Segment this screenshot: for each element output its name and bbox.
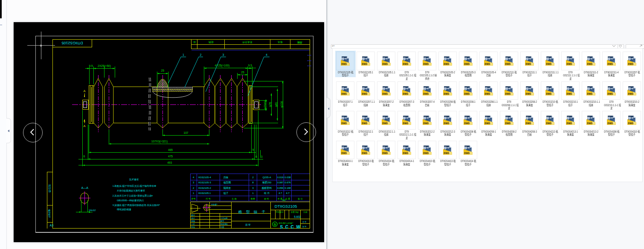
svg-text:总 重: 总 重 [285, 197, 290, 200]
svg-text:DWG: DWG [546, 92, 552, 95]
svg-text:DWG: DWG [485, 92, 490, 95]
svg-text:A—A: A—A [81, 186, 89, 189]
svg-text:梳型圈: 梳型圈 [223, 181, 231, 184]
svg-text:DWG: DWG [424, 151, 429, 154]
svg-text:SCCW: SCCW [280, 225, 303, 229]
svg-text:描 审: 描 审 [245, 223, 251, 226]
svg-text:阶段标记: 阶段标记 [276, 211, 284, 214]
svg-text:不得/2处能满足互换性要求: 不得/2处能满足互换性要求 [117, 189, 145, 192]
svg-text:S: S [274, 223, 276, 226]
svg-text:1: 1 [193, 192, 194, 194]
svg-text:DWG: DWG [526, 92, 531, 95]
svg-text:4: 4 [266, 53, 267, 56]
svg-text:DWG: DWG [505, 63, 511, 65]
svg-text:签字: 签字 [220, 220, 224, 222]
svg-text:2.其余未注尺寸公差按<形状位置公差>: 2.其余未注尺寸公差按<形状位置公差> [113, 194, 153, 197]
svg-text:2: 2 [200, 53, 202, 56]
svg-text:4.7: 4.7 [278, 192, 282, 194]
svg-text:2: 2 [193, 187, 194, 189]
svg-text:批准: 批准 [191, 226, 195, 228]
svg-text:DWG: DWG [342, 122, 347, 124]
svg-text:DWG: DWG [567, 63, 572, 65]
svg-text:审核: 审核 [191, 220, 195, 222]
svg-text:路线编制: 路线编制 [220, 223, 228, 225]
svg-text:继续涂防锈漆: 继续涂防锈漆 [117, 208, 131, 211]
svg-text:DWG: DWG [383, 63, 388, 65]
svg-text:3: 3 [261, 155, 263, 158]
svg-text:更改文件: 更改文件 [242, 41, 252, 44]
svg-text:DWG: DWG [403, 151, 409, 154]
svg-text:1: 1 [252, 192, 253, 194]
svg-text:辊子: 辊子 [223, 191, 229, 195]
svg-text:DWG: DWG [342, 151, 347, 154]
svg-text:2: 2 [252, 176, 253, 179]
svg-text:6: 6 [84, 155, 85, 158]
svg-text:3: 3 [252, 187, 253, 189]
svg-text:DWG: DWG [444, 151, 450, 154]
svg-text:DWG: DWG [587, 122, 593, 124]
svg-text:5.602: 5.602 [294, 215, 301, 218]
svg-text:隔离套: 隔离套 [223, 186, 231, 190]
svg-text:技术要求: 技术要求 [129, 178, 139, 181]
svg-text:DWG: DWG [628, 122, 634, 124]
svg-text:S2105: S2105 [48, 185, 51, 193]
svg-text:DWG: DWG [567, 122, 572, 124]
svg-text:25: 25 [241, 71, 244, 74]
svg-text:DWG: DWG [608, 63, 613, 65]
svg-text:DWG: DWG [403, 122, 409, 124]
svg-text:DWG: DWG [464, 122, 470, 124]
svg-text:DWG: DWG [383, 92, 388, 95]
svg-text:共 张: 共 张 [302, 221, 307, 223]
svg-text:签名: 签名 [278, 41, 283, 43]
svg-text:DWG: DWG [567, 92, 572, 95]
svg-text:质量 (kg): 质量 (kg) [291, 211, 299, 213]
svg-text:3: 3 [223, 53, 224, 56]
svg-text:IIGS2105-3: IIGS2105-3 [198, 181, 211, 184]
svg-text:107X3(=321): 107X3(=321) [151, 140, 168, 143]
svg-text:共张: 共张 [298, 41, 302, 44]
svg-text:第 张: 第 张 [302, 226, 307, 228]
svg-text:DTIIGS2105: DTIIGS2105 [275, 204, 297, 208]
svg-text:DWG: DWG [464, 92, 470, 95]
svg-text:DWG: DWG [444, 122, 450, 124]
svg-text:材 料: 材 料 [264, 197, 269, 200]
svg-text:DWG: DWG [342, 92, 347, 95]
svg-text:代 号: 代 号 [206, 197, 210, 200]
svg-text:φ81: φ81 [275, 102, 278, 107]
svg-text:DWG: DWG [383, 151, 388, 154]
svg-text:5: 5 [252, 148, 254, 151]
svg-text:1.装配后,辊子转动应灵活,辊子轴向串动量: 1.装配后,辊子转动应灵活,辊子轴向串动量 [113, 185, 157, 188]
svg-text:DWG: DWG [362, 63, 368, 65]
svg-text:序号: 序号 [191, 197, 196, 200]
svg-text:4.7: 4.7 [286, 192, 290, 194]
svg-text:DWG: DWG [526, 122, 531, 124]
svg-text:DTIIGS2105: DTIIGS2105 [61, 41, 83, 45]
svg-text:IIGS2105-2: IIGS2105-2 [198, 187, 211, 189]
svg-text:465: 465 [168, 148, 173, 151]
svg-text:DWG: DWG [444, 92, 450, 95]
svg-text:DWG: DWG [362, 122, 368, 124]
svg-text:0.038: 0.038 [284, 176, 291, 179]
svg-text:0.087: 0.087 [277, 181, 284, 184]
svg-text:处数: 处数 [209, 41, 214, 44]
svg-text:名 称: 名 称 [232, 197, 236, 200]
svg-text:DWG: DWG [424, 122, 429, 124]
svg-text:设计: 设计 [191, 217, 195, 219]
svg-text:DWG: DWG [546, 122, 552, 124]
svg-text:φ20d11: φ20d11 [264, 100, 267, 109]
svg-text:DWG: DWG [505, 122, 511, 124]
svg-text:DWG: DWG [342, 63, 347, 65]
svg-text:梳型辊子: 梳型辊子 [48, 209, 51, 218]
svg-text:DWG: DWG [485, 122, 490, 124]
svg-text:>: > [151, 194, 152, 197]
svg-text:IIGS2105.1: IIGS2105.1 [198, 192, 211, 194]
svg-text:DWG: DWG [403, 92, 409, 95]
svg-text:挡板: 挡板 [223, 176, 229, 179]
svg-text:DWG: DWG [464, 151, 470, 154]
svg-text:日期: 日期 [220, 226, 224, 228]
svg-text:DWG: DWG [403, 63, 409, 65]
svg-text:475: 475 [168, 155, 173, 158]
svg-text:φ76: φ76 [269, 102, 272, 107]
svg-text:DWG: DWG [628, 63, 634, 65]
svg-text:9.5: 9.5 [248, 64, 252, 67]
